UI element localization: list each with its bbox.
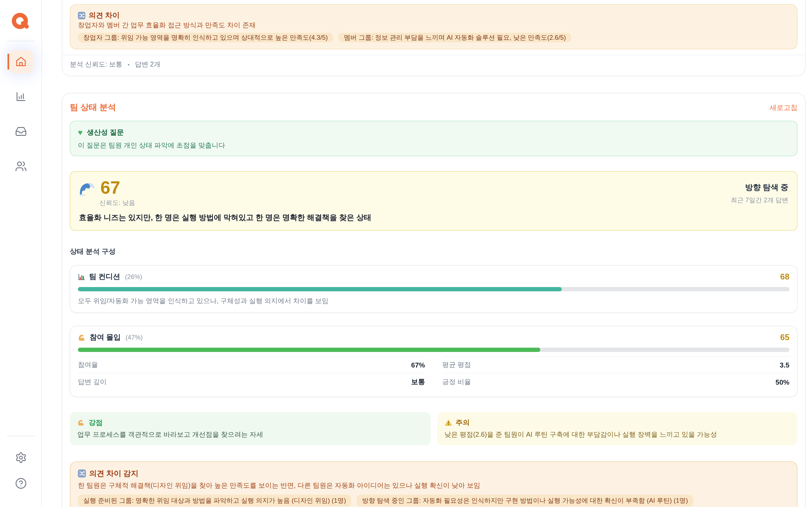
sidebar-nav [8,50,33,178]
green-heart-icon: ♥ [78,129,83,136]
bar-chart-emoji-icon [78,273,85,281]
sidebar-bottom [7,436,35,494]
muscle-icon [78,333,86,341]
stat-positive-ratio: 긍정 비율 50% [442,373,790,390]
bar-chart-icon [15,91,27,103]
users-icon [15,160,27,172]
metric-value: 65 [780,333,790,342]
caution-title-row: 주의 [444,418,790,428]
stat-avg-rating: 평균 평점 3.5 [442,356,790,373]
stat-label: 참여율 [78,360,98,370]
metric-card-engagement: 참여 몰입 (47%) 65 참여율 67% 평균 평점 3.5 [70,326,798,397]
progress-track [78,287,790,291]
app-logo[interactable] [10,12,32,33]
analysis-confidence: 분석 신뢰도: 보통 [70,60,122,69]
score-status: 방향 탐색 중 [731,182,789,192]
score-row: 67 [79,179,135,196]
shuffle-icon [78,12,85,19]
sidebar-item-home[interactable] [8,50,33,73]
gap-tag-ready-group: 실행 준비된 그룹: 명확한 위임 대상과 방법을 파악하고 실행 의지가 높음… [78,495,352,506]
stat-value: 3.5 [780,361,790,369]
stat-participation: 참여율 67% [78,356,425,373]
strength-note: 강점 업무 프로세스를 객관적으로 바라보고 개선점을 찾으려는 자세 [70,412,430,445]
productivity-question-desc: 이 질문은 팀원 개인 상태 파악에 초점을 맞춥니다 [78,141,790,150]
sidebar-item-inbox[interactable] [8,120,33,143]
score-top-row: 67 신뢰도: 낮음 방향 탐색 중 최근 7일간 2개 답변 [79,179,789,208]
help-circle-icon [15,477,27,489]
shuffle-icon [78,469,86,477]
strength-title-row: 강점 [77,418,423,428]
wave-icon [79,181,96,196]
stat-value: 50% [775,378,790,386]
strength-text: 업무 프로세스를 객관적으로 바라보고 개선점을 찾으려는 자세 [77,430,423,439]
stat-value: 보통 [411,377,425,387]
main-content: 시간이 걸리는 것 같은 기분이 들고 있어요. 형식적인 게 아니고, 요즘 … [42,0,812,507]
analysis-summary-card: 시간이 걸리는 것 같은 기분이 들고 있어요. 형식적인 게 아니고, 요즘 … [62,0,806,76]
metric-label-row: 팀 컨디션 (26%) [78,272,142,282]
metric-head: 참여 몰입 (47%) 65 [78,333,790,342]
gap-title: 의견 차이 감지 [89,469,139,477]
sidebar [0,0,42,507]
team-status-card: 팀 상태 분석 새로고침 ♥ 생산성 질문 이 질문은 팀원 개인 상태 파악에… [62,93,806,507]
analysis-answer-count: 답변 2개 [135,60,161,69]
caution-title: 주의 [456,418,470,428]
caution-note: 주의 낮은 평점(2.6)을 준 팀원이 AI 루틴 구축에 대한 부담감이나 … [437,412,798,445]
sidebar-item-help[interactable] [8,473,33,494]
metric-weight: (26%) [125,273,142,281]
productivity-question-title: 생산성 질문 [87,128,124,137]
productivity-question-title-row: ♥ 생산성 질문 [78,128,790,137]
metric-label-row: 참여 몰입 (47%) [78,333,143,342]
stat-label: 평균 평점 [442,360,471,370]
stat-value: 67% [411,361,425,369]
sidebar-item-settings[interactable] [8,447,33,468]
score-confidence: 신뢰도: 낮음 [79,199,135,208]
engagement-stats: 참여율 67% 평균 평점 3.5 답변 깊이 보통 긍정 비율 50% [78,356,790,390]
stat-answer-depth: 답변 깊이 보통 [78,373,425,390]
team-status-title: 팀 상태 분석 [70,102,116,113]
app-window: 시간이 걸리는 것 같은 기분이 들고 있어요. 형식적인 게 아니고, 요즘 … [0,0,812,507]
metric-head: 팀 컨디션 (26%) 68 [78,272,790,282]
team-status-header: 팀 상태 분석 새로고침 [70,101,798,113]
strength-title: 강점 [89,418,103,428]
opinion-tag-founder: 창업자 그룹: 위임 가능 영역을 명확히 인식하고 있으며 상대적으로 높은 … [78,33,333,42]
gear-icon [15,452,27,463]
productivity-question-note: ♥ 생산성 질문 이 질문은 팀원 개인 상태 파악에 초점을 맞춥니다 [70,121,798,156]
progress-track [78,348,790,352]
caution-text: 낮은 평점(2.6)을 준 팀원이 AI 루틴 구축에 대한 부담감이나 실행 … [444,430,790,439]
opinion-gap-note: 의견 차이 창업자와 멤버 간 업무 효율화 접근 방식과 만족도 차이 존재 … [70,4,798,49]
score-right: 방향 탐색 중 최근 7일간 2개 답변 [731,182,789,205]
gap-tags: 실행 준비된 그룹: 명확한 위임 대상과 방법을 파악하고 실행 의지가 높음… [78,495,790,506]
sidebar-item-members[interactable] [8,155,33,178]
score-left: 67 신뢰도: 낮음 [79,179,135,208]
home-icon [14,55,27,68]
opinion-tag-member: 멤버 그룹: 정보 관리 부담을 느끼며 AI 자동화 솔루션 필요, 낮은 만… [339,33,571,42]
opinion-gap-subtitle: 창업자와 멤버 간 업무 효율화 접근 방식과 만족도 차이 존재 [78,21,790,30]
opinion-gap-detected-card: 의견 차이 감지 한 팀원은 구체적 해결책(디자인 위임)을 찾아 높은 만족… [70,461,798,507]
score-card: 67 신뢰도: 낮음 방향 탐색 중 최근 7일간 2개 답변 효율화 니즈는 … [70,171,798,231]
gap-text: 한 팀원은 구체적 해결책(디자인 위임)을 찾아 높은 만족도를 보이는 반면… [78,481,790,490]
score-summary: 효율화 니즈는 있지만, 한 명은 실행 방법에 막혀있고 한 명은 명확한 해… [79,213,789,223]
composition-heading: 상태 분석 구성 [70,247,798,257]
opinion-gap-title: 의견 차이 [89,11,120,20]
gap-title-row: 의견 차이 감지 [78,469,790,477]
logo-q-icon [10,12,32,33]
stat-label: 답변 깊이 [78,378,107,387]
muscle-icon [77,419,85,427]
gap-tag-exploring-group: 방향 탐색 중인 그룹: 자동화 필요성은 인식하지만 구현 방법이나 실행 가… [357,495,693,506]
opinion-gap-title-row: 의견 차이 [78,11,790,20]
metric-desc: 모두 위임/자동화 가능 영역을 인식하고 있으나, 구체성과 실행 의지에서 … [78,297,790,306]
analysis-meta-row: 분석 신뢰도: 보통 • 답변 2개 [62,55,805,76]
inbox-icon [15,125,27,137]
metric-label: 참여 몰입 [90,333,121,342]
metric-weight: (47%) [126,334,143,341]
opinion-gap-tags: 창업자 그룹: 위임 가능 영역을 명확히 인식하고 있으며 상대적으로 높은 … [78,33,790,42]
metric-value: 68 [780,272,790,282]
sidebar-divider-bottom [7,436,35,436]
refresh-button[interactable]: 새로고침 [770,103,798,112]
progress-fill-team-condition [78,287,562,291]
metric-card-team-condition: 팀 컨디션 (26%) 68 모두 위임/자동화 가능 영역을 인식하고 있으나… [70,265,798,313]
sidebar-divider-top [7,41,35,41]
separator-dot: • [128,62,130,67]
score-recent: 최근 7일간 2개 답변 [731,196,789,205]
sidebar-item-analytics[interactable] [8,85,33,108]
